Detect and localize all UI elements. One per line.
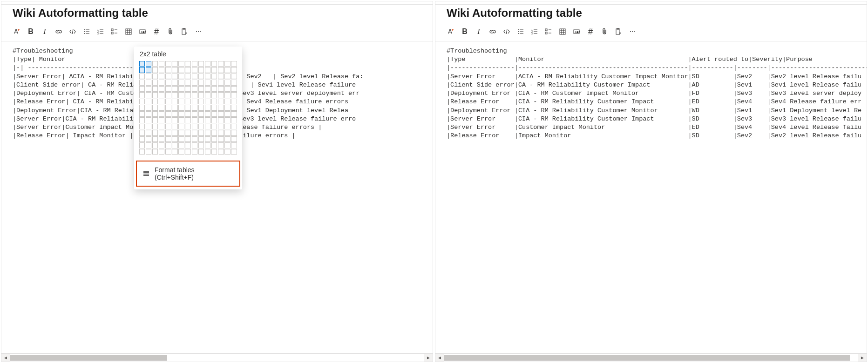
table-grid-cell[interactable] (224, 111, 231, 117)
table-grid-cell[interactable] (159, 80, 165, 86)
page-title[interactable]: Wiki Autoformatting table (13, 7, 421, 20)
table-grid-cell[interactable] (185, 74, 191, 80)
table-grid-cell[interactable] (139, 80, 145, 86)
table-grid-cell[interactable] (218, 74, 224, 80)
editor-text[interactable]: #Troubleshooting |Type |Monitor |Alert r… (447, 47, 855, 140)
table-grid-cell[interactable] (172, 105, 178, 111)
table-grid-cell[interactable] (231, 86, 237, 92)
table-grid-cell[interactable] (224, 136, 231, 142)
table-grid-cell[interactable] (224, 149, 231, 155)
table-grid-cell[interactable] (224, 74, 231, 80)
scroll-right-arrow-icon[interactable]: ► (858, 354, 867, 362)
table-grid-cell[interactable] (165, 142, 171, 148)
table-grid-cell[interactable] (185, 67, 191, 73)
table-grid-cell[interactable] (185, 136, 191, 142)
table-grid-cell[interactable] (139, 117, 145, 123)
table-grid-cell[interactable] (165, 67, 171, 73)
table-grid-cell[interactable] (218, 92, 224, 98)
table-grid-cell[interactable] (139, 67, 145, 73)
table-grid-cell[interactable] (152, 105, 158, 111)
table-grid-cell[interactable] (159, 74, 165, 80)
table-grid-cell[interactable] (178, 61, 184, 67)
italic-button[interactable]: I (472, 25, 486, 38)
table-icon[interactable] (556, 25, 570, 38)
table-grid-cell[interactable] (192, 67, 198, 73)
table-grid-cell[interactable] (165, 149, 171, 155)
table-grid-cell[interactable] (159, 86, 165, 92)
table-grid-cell[interactable] (139, 136, 145, 142)
table-grid-cell[interactable] (139, 124, 145, 130)
table-grid-cell[interactable] (231, 67, 237, 73)
table-grid-cell[interactable] (146, 142, 152, 148)
table-grid-cell[interactable] (159, 111, 165, 117)
table-grid-cell[interactable] (231, 149, 237, 155)
table-grid-cell[interactable] (139, 86, 145, 92)
table-grid-cell[interactable] (231, 92, 237, 98)
checklist-icon[interactable] (108, 25, 122, 38)
strike-icon[interactable]: ᴀʙᴄ (136, 25, 149, 38)
table-grid-cell[interactable] (205, 142, 211, 148)
table-grid-cell[interactable] (152, 74, 158, 80)
table-grid-cell[interactable] (231, 117, 237, 123)
table-grid-cell[interactable] (139, 92, 145, 98)
table-grid-cell[interactable] (198, 99, 204, 105)
table-grid-cell[interactable] (172, 99, 178, 105)
table-grid-cell[interactable] (192, 74, 198, 80)
link-icon[interactable] (486, 25, 500, 38)
table-grid-cell[interactable] (211, 99, 217, 105)
table-grid-cell[interactable] (178, 124, 184, 130)
bold-button[interactable]: B (458, 25, 472, 38)
table-grid-cell[interactable] (172, 67, 178, 73)
table-grid-cell[interactable] (185, 80, 191, 86)
table-grid-cell[interactable] (198, 130, 204, 136)
table-grid-cell[interactable] (146, 105, 152, 111)
scroll-thumb[interactable] (444, 355, 850, 361)
table-grid-cell[interactable] (146, 99, 152, 105)
table-grid-cell[interactable] (231, 61, 237, 67)
table-grid-cell[interactable] (218, 61, 224, 67)
paste-icon[interactable] (611, 25, 625, 38)
table-grid-cell[interactable] (159, 149, 165, 155)
table-grid-cell[interactable] (178, 99, 184, 105)
table-grid-cell[interactable] (192, 92, 198, 98)
table-grid-cell[interactable] (198, 142, 204, 148)
table-grid-cell[interactable] (231, 142, 237, 148)
table-grid-cell[interactable] (152, 136, 158, 142)
table-grid-cell[interactable] (198, 92, 204, 98)
table-grid-cell[interactable] (192, 130, 198, 136)
table-grid-cell[interactable] (146, 111, 152, 117)
table-grid-cell[interactable] (231, 124, 237, 130)
table-grid-cell[interactable] (205, 67, 211, 73)
table-grid-cell[interactable] (198, 111, 204, 117)
table-grid-cell[interactable] (139, 149, 145, 155)
table-grid-cell[interactable] (198, 117, 204, 123)
table-grid-cell[interactable] (185, 86, 191, 92)
table-grid-cell[interactable] (139, 111, 145, 117)
table-grid-cell[interactable] (146, 86, 152, 92)
table-grid-cell[interactable] (198, 61, 204, 67)
table-grid-cell[interactable] (192, 117, 198, 123)
table-grid-cell[interactable] (159, 105, 165, 111)
table-grid-cell[interactable] (152, 142, 158, 148)
table-grid-cell[interactable] (152, 124, 158, 130)
table-grid-cell[interactable] (172, 136, 178, 142)
table-grid-cell[interactable] (178, 111, 184, 117)
table-grid-cell[interactable] (192, 80, 198, 86)
bullet-list-icon[interactable] (80, 25, 94, 38)
table-grid-cell[interactable] (146, 61, 152, 67)
table-grid-cell[interactable] (178, 80, 184, 86)
table-grid-cell[interactable] (172, 142, 178, 148)
table-grid-cell[interactable] (165, 136, 171, 142)
table-grid-cell[interactable] (192, 61, 198, 67)
paste-icon[interactable] (177, 25, 191, 38)
table-grid-cell[interactable] (146, 149, 152, 155)
table-grid-cell[interactable] (165, 111, 171, 117)
table-grid-cell[interactable] (178, 130, 184, 136)
table-grid-cell[interactable] (139, 61, 145, 67)
table-grid-cell[interactable] (152, 149, 158, 155)
table-grid-cell[interactable] (178, 105, 184, 111)
table-grid-cell[interactable] (172, 130, 178, 136)
table-grid-cell[interactable] (146, 80, 152, 86)
numbered-list-icon[interactable]: 123 (528, 25, 542, 38)
table-grid-cell[interactable] (205, 80, 211, 86)
